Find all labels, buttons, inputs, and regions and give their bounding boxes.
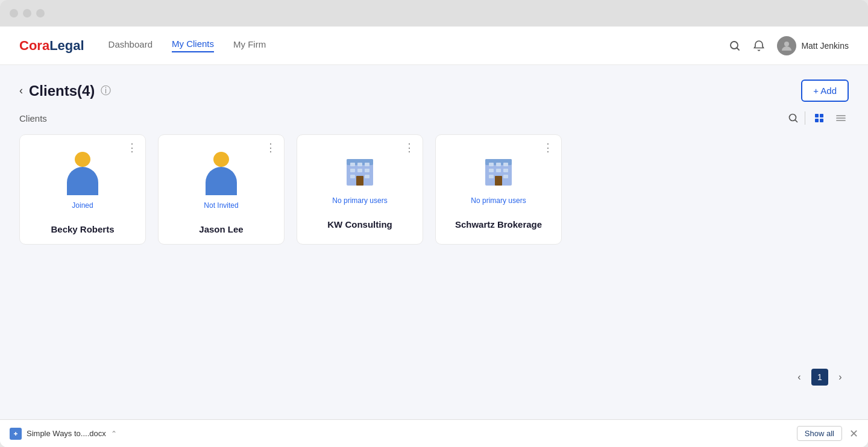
logo: Cora Legal <box>19 38 84 54</box>
svg-rect-32 <box>503 175 508 178</box>
svg-rect-25 <box>489 163 494 166</box>
svg-rect-29 <box>496 169 501 172</box>
titlebar <box>0 0 868 27</box>
clients-search-icon[interactable] <box>788 113 799 123</box>
add-button[interactable]: + Add <box>801 80 849 102</box>
client-name: Becky Roberts <box>46 224 119 244</box>
titlebar-close[interactable] <box>10 9 18 17</box>
clients-label: Clients <box>19 113 47 123</box>
client-name: Schwartz Brokerage <box>450 219 547 239</box>
next-page-button[interactable]: › <box>832 369 849 386</box>
svg-rect-21 <box>365 175 370 178</box>
client-card[interactable]: ⋮ <box>297 134 423 245</box>
svg-rect-28 <box>489 169 494 172</box>
person-body <box>206 167 237 195</box>
avatar <box>777 36 796 55</box>
svg-rect-16 <box>365 163 370 166</box>
bottom-bar: Simple Ways to....docx ⌃ Show all ✕ <box>0 419 868 447</box>
file-name: Simple Ways to....docx <box>27 429 106 438</box>
client-status: No primary users <box>471 196 526 205</box>
page-title-row: ‹ Clients(4) ⓘ <box>19 83 111 99</box>
svg-point-2 <box>784 42 789 46</box>
client-status: Not Invited <box>204 201 238 210</box>
card-menu-button[interactable]: ⋮ <box>404 142 415 153</box>
logo-legal: Legal <box>49 38 84 54</box>
logo-cora: Cora <box>19 38 49 54</box>
nav-my-firm[interactable]: My Firm <box>233 39 266 52</box>
nav-right: Matt Jenkins <box>729 36 849 55</box>
svg-rect-22 <box>356 176 363 186</box>
list-view-button[interactable] <box>833 111 849 125</box>
prev-page-button[interactable]: ‹ <box>791 369 808 386</box>
close-download-button[interactable]: ✕ <box>849 427 858 440</box>
svg-line-4 <box>795 120 797 122</box>
main-container: Cora Legal Dashboard My Clients My Firm <box>0 27 868 447</box>
client-card[interactable]: ⋮ Joined Becky Roberts <box>19 134 146 245</box>
show-all-button[interactable]: Show all <box>797 426 842 441</box>
page-title: Clients(4) <box>29 83 95 99</box>
nav-links: Dashboard My Clients My Firm <box>108 39 729 52</box>
svg-rect-19 <box>365 169 370 172</box>
building-icon <box>479 152 518 190</box>
client-card[interactable]: ⋮ Not Invited Jason Lee <box>158 134 285 245</box>
user-profile[interactable]: Matt Jenkins <box>777 36 849 55</box>
navbar: Cora Legal Dashboard My Clients My Firm <box>0 27 868 65</box>
svg-rect-7 <box>815 119 819 122</box>
svg-rect-14 <box>350 163 355 166</box>
person-head <box>75 152 90 167</box>
view-controls <box>788 111 849 125</box>
current-page[interactable]: 1 <box>811 369 828 386</box>
person-body <box>67 167 98 195</box>
svg-rect-17 <box>350 169 355 172</box>
bottom-right: Show all ✕ <box>797 426 858 441</box>
svg-rect-33 <box>495 176 502 186</box>
svg-rect-27 <box>503 163 508 166</box>
card-menu-button[interactable]: ⋮ <box>542 142 554 153</box>
client-name: Jason Lee <box>194 224 248 244</box>
person-head <box>213 152 229 167</box>
svg-line-1 <box>737 48 740 50</box>
page-header: ‹ Clients(4) ⓘ + Add <box>19 80 849 102</box>
person-avatar <box>63 152 102 195</box>
svg-rect-6 <box>820 114 823 117</box>
back-button[interactable]: ‹ <box>19 84 23 97</box>
download-item: Simple Ways to....docx ⌃ <box>10 428 117 440</box>
file-icon <box>10 428 22 440</box>
svg-rect-8 <box>820 119 823 122</box>
client-status: Joined <box>72 201 93 210</box>
user-name: Matt Jenkins <box>801 41 849 51</box>
chevron-up-icon[interactable]: ⌃ <box>111 430 117 438</box>
page-content: ‹ Clients(4) ⓘ + Add Clients <box>0 65 868 419</box>
card-menu-button[interactable]: ⋮ <box>265 142 277 153</box>
person-avatar <box>202 152 241 195</box>
svg-rect-15 <box>357 163 362 166</box>
client-card[interactable]: ⋮ <box>435 134 562 245</box>
client-status: No primary users <box>332 196 387 205</box>
svg-rect-5 <box>815 114 819 117</box>
app-window: Cora Legal Dashboard My Clients My Firm <box>0 0 868 447</box>
titlebar-maximize[interactable] <box>36 9 45 17</box>
nav-my-clients[interactable]: My Clients <box>172 39 214 52</box>
clients-grid: ⋮ Joined Becky Roberts ⋮ <box>19 134 849 245</box>
svg-rect-18 <box>357 169 362 172</box>
notifications-icon[interactable] <box>753 40 765 52</box>
client-name: KW Consulting <box>322 219 397 239</box>
svg-rect-30 <box>503 169 508 172</box>
grid-view-button[interactable] <box>811 111 827 125</box>
pagination: ‹ 1 › <box>791 369 849 386</box>
svg-rect-31 <box>489 175 494 178</box>
svg-rect-20 <box>350 175 355 178</box>
nav-dashboard[interactable]: Dashboard <box>108 39 153 52</box>
view-separator <box>805 111 805 125</box>
card-menu-button[interactable]: ⋮ <box>127 142 138 153</box>
toolbar-row: Clients <box>19 111 849 125</box>
search-icon[interactable] <box>729 40 741 52</box>
titlebar-minimize[interactable] <box>23 9 31 17</box>
svg-rect-26 <box>496 163 501 166</box>
info-icon[interactable]: ⓘ <box>101 84 111 98</box>
building-icon <box>341 152 379 190</box>
